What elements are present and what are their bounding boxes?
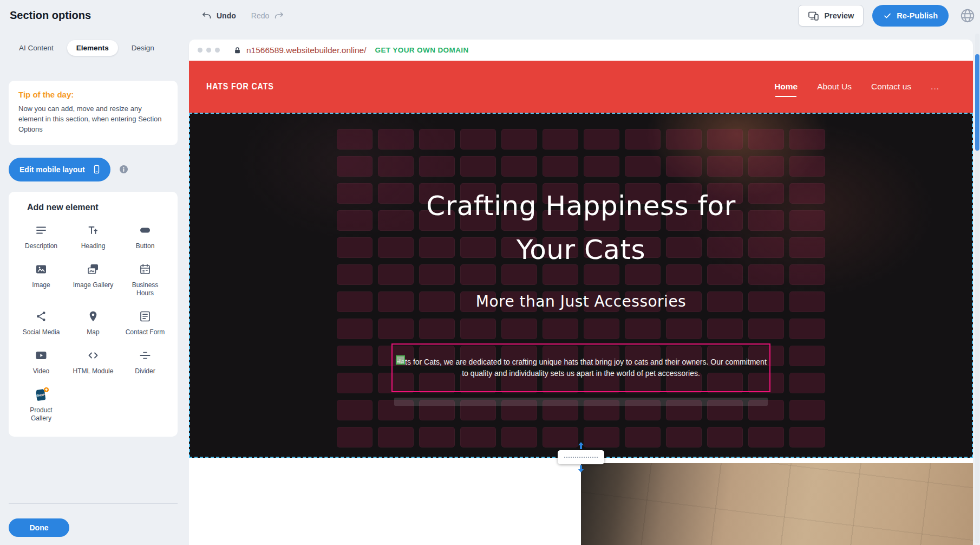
arrow-up-icon <box>578 442 585 449</box>
hero-tile <box>543 156 578 177</box>
selected-text-element[interactable]: Hats for Cats, we are dedicated to craft… <box>391 343 770 392</box>
hero-tile <box>789 264 825 285</box>
hero-tile <box>378 129 414 150</box>
tip-title: Tip of the day: <box>18 90 168 99</box>
hero-tile <box>460 319 496 339</box>
hero-tile <box>337 400 373 420</box>
hero-tile <box>789 427 825 447</box>
nav-home[interactable]: Home <box>774 82 798 92</box>
undo-icon <box>201 10 212 21</box>
tab-ai-content[interactable]: AI Content <box>10 40 63 56</box>
hero-tile <box>789 346 825 366</box>
info-icon[interactable] <box>119 164 129 174</box>
add-element-heading: Add new element <box>27 203 171 212</box>
social-media-icon <box>35 309 48 324</box>
element-divider[interactable]: Divider <box>119 348 171 375</box>
hero-tile <box>584 319 619 339</box>
element-label: HTML Module <box>73 367 114 375</box>
hero-heading[interactable]: Crafting Happiness for Your Cats <box>397 184 765 272</box>
element-image[interactable]: Image <box>15 262 67 297</box>
site-logo[interactable]: HATS FOR CATS <box>206 81 274 92</box>
hero-subheading[interactable]: More than Just Accessories <box>190 293 972 311</box>
hero-tile <box>460 156 496 177</box>
window-dot <box>206 48 211 53</box>
nav-more-menu[interactable]: ... <box>931 82 939 92</box>
element-map[interactable]: Map <box>67 309 119 336</box>
element-social-media[interactable]: Social Media <box>15 309 67 336</box>
undo-button[interactable]: Undo <box>201 10 236 21</box>
hero-tile <box>419 427 455 447</box>
element-label: Social Media <box>23 328 60 336</box>
hero-tile <box>337 129 373 150</box>
done-button[interactable]: Done <box>9 518 69 537</box>
element-description[interactable]: Description <box>15 223 67 250</box>
page-title: Section options <box>10 9 91 22</box>
element-label: Divider <box>135 367 155 375</box>
element-button[interactable]: Button <box>119 223 171 250</box>
site-header[interactable]: HATS FOR CATS Home About Us Contact us .… <box>189 61 973 113</box>
globe-icon <box>959 8 976 24</box>
edit-mobile-layout-button[interactable]: Edit mobile layout <box>9 158 110 181</box>
hero-tile <box>337 346 373 366</box>
element-label: Video <box>33 367 49 375</box>
hero-tile <box>789 373 825 393</box>
sidebar: AI Content Elements Design Tip of the da… <box>0 31 186 545</box>
hero-tile <box>337 156 373 177</box>
hero-paragraph[interactable]: Hats for Cats, we are dedicated to craft… <box>394 356 768 379</box>
hero-tile <box>707 129 743 150</box>
scrollbar-track[interactable] <box>975 34 979 543</box>
hero-tile <box>501 319 537 339</box>
element-image-gallery[interactable]: Image Gallery <box>67 262 119 297</box>
redo-icon <box>273 10 284 21</box>
nav-about-us[interactable]: About Us <box>817 82 852 92</box>
sidebar-bottom-divider <box>9 503 178 504</box>
hero-tile <box>378 427 414 447</box>
element-video[interactable]: Video <box>15 348 67 375</box>
redo-button[interactable]: Redo <box>251 10 284 21</box>
element-business-hours[interactable]: Business Hours <box>119 262 171 297</box>
nav-contact-us[interactable]: Contact us <box>871 82 911 92</box>
element-product-gallery[interactable]: SHOP Product Gallery <box>15 387 67 423</box>
window-dot <box>198 48 202 53</box>
hero-tile <box>337 373 373 393</box>
hero-tile <box>378 319 414 339</box>
republish-button[interactable]: Re-Publish <box>872 5 949 27</box>
preview-label: Preview <box>824 11 854 20</box>
image-gallery-icon <box>87 262 100 277</box>
product-gallery-icon: SHOP <box>32 387 50 402</box>
preview-button[interactable]: Preview <box>798 5 864 27</box>
language-globe-button[interactable] <box>959 8 976 24</box>
element-drag-handle[interactable] <box>396 355 405 365</box>
button-icon <box>139 223 152 238</box>
republish-label: Re-Publish <box>897 11 938 20</box>
get-domain-link[interactable]: GET YOUR OWN DOMAIN <box>375 46 468 54</box>
hero-tile <box>789 156 825 177</box>
hero-tile <box>748 129 784 150</box>
tab-design[interactable]: Design <box>122 40 164 56</box>
section-resize-handle[interactable] <box>558 450 604 464</box>
hero-tile <box>337 237 373 258</box>
top-bar: Section options Undo Redo <box>0 0 980 31</box>
element-contact-form[interactable]: Contact Form <box>119 309 171 336</box>
sidebar-tabs: AI Content Elements Design <box>10 40 186 56</box>
heading-icon <box>87 223 100 238</box>
lock-icon <box>233 46 241 55</box>
hero-tile <box>789 183 825 204</box>
divider-icon <box>139 348 152 363</box>
hero-section[interactable]: Crafting Happiness for Your Cats More th… <box>189 113 973 458</box>
element-heading[interactable]: Heading <box>67 223 119 250</box>
element-label: Contact Form <box>126 328 165 336</box>
editor-canvas: n1566589.websitebuilder.online/ GET YOUR… <box>189 40 973 545</box>
undo-label: Undo <box>217 11 236 20</box>
hero-tile <box>789 237 825 258</box>
hero-tile <box>666 129 702 150</box>
hero-tile <box>460 129 496 150</box>
description-icon <box>35 223 48 238</box>
tab-elements[interactable]: Elements <box>67 40 118 56</box>
hero-tile <box>501 129 537 150</box>
hero-tile <box>460 427 496 447</box>
hero-tile <box>666 156 702 177</box>
scrollbar-thumb[interactable] <box>975 54 979 151</box>
business-hours-icon <box>139 262 152 277</box>
element-html-module[interactable]: HTML Module <box>67 348 119 375</box>
